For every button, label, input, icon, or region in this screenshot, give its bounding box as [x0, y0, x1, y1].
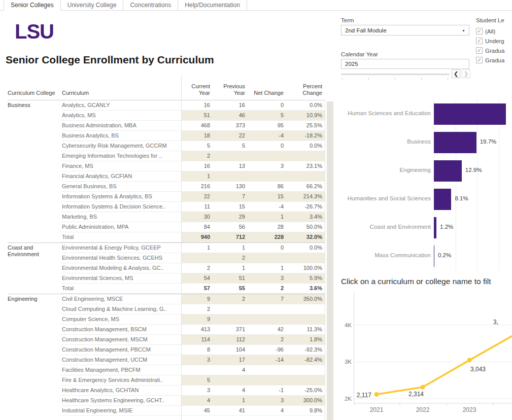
- curriculum-name[interactable]: Analytics, MS: [61, 111, 181, 121]
- curriculum-name[interactable]: Public Administration, MPA: [61, 222, 181, 232]
- curriculum-name[interactable]: Fire & Emergency Services Administrati..: [61, 375, 181, 386]
- table-scrollbar[interactable]: [327, 101, 333, 420]
- college-name[interactable]: Engineering: [8, 294, 61, 416]
- cell-value: 5: [248, 111, 286, 120]
- bar-value-label: 19.7%: [480, 138, 497, 145]
- bar-category-label[interactable]: Engineering: [341, 167, 431, 173]
- bar-category-label[interactable]: Business: [341, 138, 431, 145]
- bar-category-label[interactable]: Human Sciences and Education: [341, 110, 431, 116]
- tab-concentrations[interactable]: Concentrations: [123, 0, 178, 11]
- header-percent-change: Percent Change: [286, 83, 325, 96]
- curriculum-name[interactable]: Marketing, BS: [61, 212, 181, 222]
- curriculum-name[interactable]: Environmental Sciences, MS: [61, 273, 181, 284]
- tab-university-college[interactable]: University College: [61, 0, 124, 11]
- checkbox-icon[interactable]: ✓: [476, 28, 483, 34]
- curriculum-name[interactable]: Industrial Engineering, MSIE: [61, 406, 181, 416]
- college-name[interactable]: Business: [8, 100, 61, 242]
- curriculum-name[interactable]: Finance, MS: [61, 161, 181, 171]
- cell-value: 2: [248, 284, 286, 293]
- trend-line: [377, 334, 512, 395]
- cell-value: -25.0%: [286, 386, 325, 395]
- calendar-year-input[interactable]: [341, 59, 469, 69]
- table-row: Environmental Health Sciences, GCEHS2: [61, 253, 325, 263]
- curriculum-name[interactable]: Civil Engineering, MSCE: [61, 294, 181, 304]
- curriculum-name[interactable]: Analytics, GCANLY: [61, 100, 181, 111]
- slider-next-button[interactable]: ❯: [462, 69, 470, 78]
- cell-value: 114: [181, 335, 213, 344]
- student-level-option[interactable]: ✓Underg: [476, 36, 512, 46]
- student-level-options: ✓(All)✓Underg✓Gradua✓Gradua: [476, 26, 512, 65]
- bar-category-label[interactable]: Coast and Environment: [341, 224, 431, 230]
- cell-value: 18: [181, 131, 213, 141]
- table-row: Environmental Modeling & Analysis, GC..2…: [61, 263, 325, 273]
- checkbox-icon[interactable]: ✓: [476, 38, 483, 44]
- bar[interactable]: [434, 160, 462, 182]
- checkbox-icon[interactable]: ✓: [476, 57, 483, 63]
- bar-category-label[interactable]: Mass Communication: [341, 252, 431, 258]
- curriculum-name[interactable]: Cybersecurity Risk Management, GCCRM: [61, 141, 181, 151]
- curriculum-name[interactable]: Construction Management, UCCM: [61, 355, 181, 365]
- bar[interactable]: [434, 217, 436, 238]
- table-row: Total575523.6%: [61, 284, 325, 294]
- cell-value: 55: [213, 284, 248, 293]
- table-row: Information Systems & Analytics, BS22715…: [61, 192, 325, 202]
- curriculum-name[interactable]: Information Systems & Decision Science..: [61, 202, 181, 212]
- curriculum-name[interactable]: Healthcare Analytics, GCHTAN: [61, 386, 181, 396]
- cell-value: 112: [213, 335, 248, 344]
- table-row: Fire & Emergency Services Administrati..…: [61, 375, 325, 386]
- row-values: 4: [181, 365, 325, 375]
- curriculum-name[interactable]: Environmental & Energy Policy, GCEEP: [61, 243, 181, 253]
- bar[interactable]: [434, 132, 476, 153]
- cell-value: 4: [213, 386, 248, 395]
- table-row: Construction Management, UCCM317-14-82.4…: [61, 355, 325, 365]
- calendar-year-slider-track[interactable]: [341, 74, 450, 75]
- cell-value: 350.0%: [286, 294, 325, 304]
- curriculum-name[interactable]: Construction Management, PBCCM: [61, 345, 181, 355]
- slider-prev-button[interactable]: ❮: [452, 69, 460, 78]
- bar[interactable]: [434, 103, 506, 125]
- table-header: Curriculum College Curriculum Current Ye…: [8, 75, 325, 100]
- cell-value: 9: [181, 314, 213, 324]
- cell-value: [213, 151, 248, 161]
- bar-chart-gridline: [434, 100, 434, 270]
- tab-senior-colleges[interactable]: Senior Colleges: [4, 0, 61, 11]
- row-values: 2161308666.2%: [181, 182, 325, 192]
- checkbox-icon[interactable]: ✓: [476, 47, 483, 54]
- curriculum-name[interactable]: Total: [61, 284, 181, 294]
- curriculum-name[interactable]: Environmental Health Sciences, GCEHS: [61, 253, 181, 263]
- cell-value: 300.0%: [286, 396, 325, 405]
- row-values: 22715214.3%: [181, 192, 325, 202]
- data-point-marker: [374, 392, 379, 397]
- curriculum-name[interactable]: Total: [61, 232, 181, 242]
- table-row: Construction Management, BSCM4133714211.…: [61, 325, 325, 335]
- bar-category-label[interactable]: Humanities and Social Sciences: [341, 195, 431, 201]
- bar[interactable]: [434, 246, 434, 267]
- term-dropdown[interactable]: 2nd Fall Module ▼: [341, 25, 469, 36]
- table-row: Business Administration, MBA4683739525.5…: [61, 121, 325, 131]
- student-level-option[interactable]: ✓Gradua: [476, 46, 512, 55]
- curriculum-name[interactable]: General Business, BS: [61, 182, 181, 192]
- tab-help-documentation[interactable]: Help/Documentation: [178, 0, 247, 11]
- curriculum-name[interactable]: Cloud Computing & Machine Learning, G..: [61, 304, 181, 314]
- cell-value: 66.2%: [286, 182, 325, 191]
- college-name[interactable]: Coast and Environment: [8, 243, 61, 294]
- student-level-option[interactable]: ✓Gradua: [476, 55, 512, 65]
- row-values: 1: [181, 171, 325, 182]
- curriculum-name[interactable]: Environmental Modeling & Analysis, GC..: [61, 263, 181, 273]
- row-values: 211100.0%: [181, 263, 325, 273]
- bar[interactable]: [434, 189, 451, 210]
- curriculum-name[interactable]: Emerging Information Technologies for ..: [61, 151, 181, 161]
- student-level-label: Student Le: [476, 17, 512, 23]
- curriculum-name[interactable]: Construction Management, MSCM: [61, 335, 181, 345]
- cell-value: 84: [181, 222, 213, 232]
- curriculum-name[interactable]: Construction Management, BSCM: [61, 325, 181, 335]
- curriculum-name[interactable]: Healthcare Systems Engineering, GCHT..: [61, 396, 181, 406]
- curriculum-name[interactable]: Financial Analytics, GCFIAN: [61, 171, 181, 182]
- curriculum-name[interactable]: Business Analytics, BS: [61, 131, 181, 141]
- student-level-option[interactable]: ✓(All): [476, 26, 512, 36]
- curriculum-name[interactable]: Business Administration, MBA: [61, 121, 181, 131]
- curriculum-name[interactable]: Information Systems & Analytics, BS: [61, 192, 181, 202]
- curriculum-name[interactable]: Computer Science, MS: [61, 314, 181, 325]
- cell-value: 7: [248, 294, 286, 304]
- curriculum-name[interactable]: Facilities Management, PBCFM: [61, 365, 181, 375]
